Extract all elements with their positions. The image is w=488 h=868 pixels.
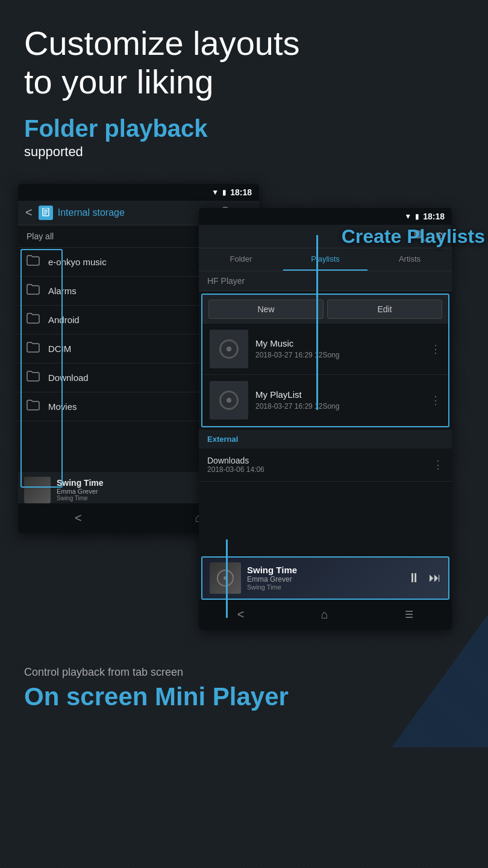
screen-right: ▼ ▮ 18:18 🔍 ⚙ Folder Playlists Artists H… bbox=[199, 208, 452, 630]
mini-player-thumb bbox=[210, 562, 241, 594]
nav-back-icon[interactable]: < bbox=[75, 511, 82, 525]
storage-label: Internal storage bbox=[58, 207, 125, 218]
folder-name-3: Android bbox=[48, 315, 80, 325]
download-name: Downloads bbox=[207, 456, 433, 465]
folder-name-5: Download bbox=[48, 373, 89, 383]
create-playlists-label: Create Playlists bbox=[342, 226, 485, 247]
connector-line-v bbox=[316, 235, 318, 410]
tab-artists[interactable]: Artists bbox=[368, 248, 452, 271]
screens-container: ▼ ▮ 18:18 < Internal storage 🔍 bbox=[0, 178, 488, 630]
folder-name-1: e-onkyo music bbox=[48, 257, 107, 267]
download-more-icon[interactable]: ⋮ bbox=[433, 458, 443, 471]
playlist-name-1: My Music bbox=[255, 338, 423, 348]
playlist-item-1[interactable]: My Music 2018-03-27 16:29 12Song ⋮ bbox=[202, 324, 448, 375]
tab-folder[interactable]: Folder bbox=[199, 248, 283, 271]
left-track-info: Swing Time Emma Grever Swing Time bbox=[57, 478, 104, 502]
right-nav-home-icon[interactable]: ⌂ bbox=[321, 608, 328, 621]
right-status-bar: ▼ ▮ 18:18 bbox=[199, 208, 452, 225]
more-icon-2[interactable]: ⋮ bbox=[430, 394, 441, 407]
playlist-thumb-1 bbox=[210, 330, 248, 368]
left-track-album: Swing Time bbox=[57, 495, 104, 502]
playlist-thumb-2 bbox=[210, 381, 248, 420]
hero-subtitle-white: supported bbox=[24, 144, 464, 160]
folder-icon-3 bbox=[27, 313, 40, 327]
right-nav-menu-icon[interactable]: ☰ bbox=[405, 609, 413, 620]
left-time: 18:18 bbox=[230, 187, 252, 197]
battery-icon: ▮ bbox=[222, 188, 227, 197]
wifi-icon: ▼ bbox=[211, 188, 219, 197]
storage-icon bbox=[39, 206, 53, 220]
playlist-info-2: My PlayList 2018-03-27 16:29 12Song bbox=[255, 389, 423, 410]
mini-player-album: Swing Time bbox=[247, 583, 401, 591]
playlist-section-box: New Edit My Music 2018-03-27 16:29 12Son… bbox=[201, 294, 449, 427]
mini-player-title: Swing Time bbox=[247, 565, 401, 575]
tab-bar: Folder Playlists Artists bbox=[199, 248, 452, 271]
folder-name-2: Alarms bbox=[48, 286, 77, 296]
hero-subtitle-blue: Folder playback bbox=[24, 114, 464, 143]
mini-disc bbox=[217, 570, 234, 587]
hero-section: Customize layouts to your liking Folder … bbox=[0, 0, 488, 172]
blue-triangle-decoration bbox=[392, 615, 488, 747]
folder-name-4: DCIM bbox=[48, 344, 71, 354]
left-track-artist: Emma Grever bbox=[57, 488, 104, 495]
mini-player-artist: Emma Grever bbox=[247, 575, 401, 583]
folder-name-6: Movies bbox=[48, 401, 77, 412]
folder-icon bbox=[27, 255, 40, 269]
hero-title: Customize layouts to your liking bbox=[24, 24, 464, 102]
external-section-header: External bbox=[199, 430, 452, 448]
folder-icon-2 bbox=[27, 284, 40, 298]
svg-rect-1 bbox=[44, 210, 48, 211]
disc-icon-1 bbox=[219, 339, 239, 359]
right-bottom-nav: < ⌂ ☰ bbox=[199, 600, 452, 630]
mini-player-controls: ⏸ ⏭ bbox=[407, 570, 441, 586]
playlist-info-1: My Music 2018-03-27 16:29 12Song bbox=[255, 338, 423, 359]
svg-rect-2 bbox=[44, 212, 48, 213]
more-icon-1[interactable]: ⋮ bbox=[430, 342, 441, 356]
back-button[interactable]: < bbox=[25, 206, 33, 219]
left-album-art bbox=[24, 477, 51, 503]
new-button[interactable]: New bbox=[208, 300, 324, 319]
skip-next-icon[interactable]: ⏭ bbox=[429, 571, 441, 585]
disc-icon-2 bbox=[219, 391, 239, 410]
download-date: 2018-03-06 14:06 bbox=[207, 465, 433, 474]
right-time: 18:18 bbox=[423, 212, 445, 221]
new-edit-bar: New Edit bbox=[202, 295, 448, 324]
mini-player: Swing Time Emma Grever Swing Time ⏸ ⏭ bbox=[201, 556, 449, 600]
tab-playlists[interactable]: Playlists bbox=[283, 248, 368, 271]
edit-button[interactable]: Edit bbox=[327, 300, 442, 319]
left-track-title: Swing Time bbox=[57, 478, 104, 488]
playlist-name-2: My PlayList bbox=[255, 389, 423, 400]
playlist-meta-1: 2018-03-27 16:29 12Song bbox=[255, 351, 423, 359]
mini-player-art bbox=[210, 562, 241, 594]
folder-icon-5 bbox=[27, 371, 40, 385]
folder-icon-4 bbox=[27, 342, 40, 356]
download-item[interactable]: Downloads 2018-03-06 14:06 ⋮ bbox=[199, 448, 452, 482]
connector-line-v2 bbox=[226, 539, 228, 618]
mini-player-info: Swing Time Emma Grever Swing Time bbox=[247, 565, 401, 591]
playlist-item-2[interactable]: My PlayList 2018-03-27 16:29 12Song ⋮ bbox=[202, 375, 448, 426]
right-nav-back-icon[interactable]: < bbox=[237, 608, 245, 621]
playlist-meta-2: 2018-03-27 16:29 12Song bbox=[255, 402, 423, 410]
disc-dot-2 bbox=[227, 398, 231, 403]
hf-player-label: HF Player bbox=[199, 271, 452, 291]
right-battery-icon: ▮ bbox=[415, 212, 419, 221]
disc-dot-1 bbox=[227, 347, 231, 351]
left-status-bar: ▼ ▮ 18:18 bbox=[18, 184, 259, 201]
pause-icon[interactable]: ⏸ bbox=[407, 570, 421, 586]
download-info: Downloads 2018-03-06 14:06 bbox=[207, 456, 433, 474]
folder-icon-6 bbox=[27, 400, 40, 414]
left-app-title: Internal storage bbox=[39, 206, 221, 220]
right-wifi-icon: ▼ bbox=[404, 212, 411, 221]
svg-rect-3 bbox=[44, 213, 46, 215]
